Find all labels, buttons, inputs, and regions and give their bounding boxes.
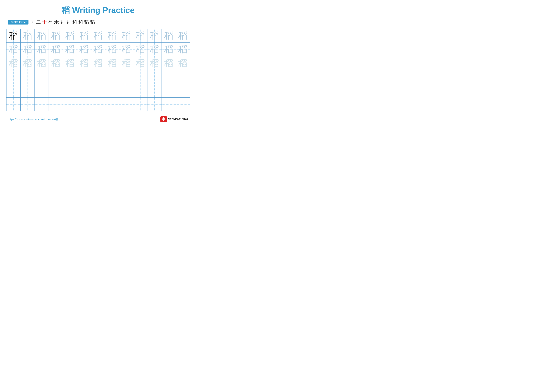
grid-cell[interactable] — [35, 84, 49, 98]
grid-cell[interactable] — [35, 70, 49, 84]
char-display: 稻 — [51, 30, 60, 41]
grid-cell[interactable] — [35, 98, 49, 111]
grid-cell[interactable] — [105, 98, 119, 111]
grid-cell[interactable]: 稻 — [7, 43, 21, 56]
char-display: 稻 — [51, 58, 60, 68]
grid-cell[interactable]: 稻 — [91, 56, 105, 70]
grid-cell[interactable]: 稻 — [21, 43, 35, 56]
grid-cell[interactable] — [49, 70, 63, 84]
grid-cell[interactable] — [119, 84, 133, 98]
grid-cell[interactable] — [7, 70, 21, 84]
grid-cell[interactable] — [91, 84, 105, 98]
stroke-order-row: Stroke Order 丶 二 千 𠂉 禾 礻 礻 和 和 稻 稻 — [6, 19, 190, 25]
logo-icon: 字 — [161, 116, 167, 122]
grid-cell[interactable] — [133, 98, 147, 111]
grid-cell[interactable] — [119, 98, 133, 111]
grid-cell[interactable]: 稻 — [161, 29, 175, 43]
grid-cell[interactable] — [77, 84, 91, 98]
grid-cell[interactable]: 稻 — [175, 56, 190, 70]
grid-cell[interactable] — [63, 84, 77, 98]
grid-cell[interactable]: 稻 — [21, 56, 35, 70]
grid-cell[interactable]: 稻 — [133, 29, 147, 43]
grid-cell[interactable]: 稻 — [77, 43, 91, 56]
char-display: 稻 — [108, 58, 117, 68]
grid-cell[interactable] — [133, 84, 147, 98]
grid-cell[interactable]: 稻 — [105, 29, 119, 43]
grid-cell[interactable] — [49, 84, 63, 98]
char-display: 稻 — [9, 58, 18, 68]
char-display: 稻 — [23, 30, 32, 41]
grid-cell[interactable]: 稻 — [49, 29, 63, 43]
grid-cell[interactable] — [147, 98, 161, 111]
grid-cell[interactable] — [91, 98, 105, 111]
stroke-1: 丶 — [30, 19, 35, 25]
char-display: 稻 — [108, 44, 117, 54]
grid-cell[interactable]: 稻 — [161, 56, 175, 70]
grid-cell[interactable] — [119, 70, 133, 84]
grid-cell[interactable] — [175, 98, 190, 111]
grid-cell[interactable]: 稻 — [147, 29, 161, 43]
grid-cell[interactable]: 稻 — [7, 29, 21, 43]
grid-cell[interactable]: 稻 — [105, 56, 119, 70]
grid-cell[interactable] — [21, 84, 35, 98]
grid-cell[interactable] — [175, 70, 190, 84]
grid-cell[interactable]: 稻 — [63, 43, 77, 56]
grid-cell[interactable]: 稻 — [105, 43, 119, 56]
grid-cell[interactable]: 稻 — [7, 56, 21, 70]
footer-url: https://www.strokeorder.com/chinese/稻 — [8, 117, 58, 121]
grid-cell[interactable] — [7, 84, 21, 98]
stroke-sequence: 丶 二 千 𠂉 禾 礻 礻 和 和 稻 稻 — [30, 19, 95, 25]
grid-cell[interactable] — [105, 70, 119, 84]
char-display: 稻 — [37, 58, 46, 68]
grid-cell[interactable] — [175, 84, 190, 98]
grid-cell[interactable]: 稻 — [35, 56, 49, 70]
char-display: 稻 — [65, 30, 74, 41]
grid-cell[interactable]: 稻 — [35, 43, 49, 56]
grid-cell[interactable]: 稻 — [91, 43, 105, 56]
grid-cell[interactable]: 稻 — [49, 43, 63, 56]
grid-cell[interactable]: 稻 — [63, 29, 77, 43]
grid-cell[interactable]: 稻 — [175, 43, 190, 56]
grid-cell[interactable]: 稻 — [133, 56, 147, 70]
grid-cell[interactable] — [105, 84, 119, 98]
grid-cell[interactable] — [63, 98, 77, 111]
grid-cell[interactable]: 稻 — [175, 29, 190, 43]
grid-cell[interactable]: 稻 — [91, 29, 105, 43]
grid-cell[interactable]: 稻 — [49, 56, 63, 70]
grid-cell[interactable] — [63, 70, 77, 84]
grid-cell[interactable]: 稻 — [119, 56, 133, 70]
char-display: 稻 — [37, 44, 46, 54]
char-display: 稻 — [178, 58, 187, 68]
char-display: 稻 — [164, 30, 173, 41]
grid-cell[interactable] — [133, 70, 147, 84]
footer-logo: 字 StrokeOrder — [161, 116, 188, 122]
grid-cell[interactable] — [147, 84, 161, 98]
grid-cell[interactable]: 稻 — [77, 29, 91, 43]
grid-cell[interactable]: 稻 — [161, 43, 175, 56]
grid-cell[interactable]: 稻 — [133, 43, 147, 56]
char-display: 稻 — [23, 58, 32, 68]
grid-cell[interactable] — [21, 98, 35, 111]
grid-cell[interactable]: 稻 — [77, 56, 91, 70]
grid-cell[interactable]: 稻 — [147, 43, 161, 56]
practice-grid: 稻 稻 稻 稻 稻 稻 稻 稻 稻 稻 稻 稻 稻 稻 稻 稻 稻 稻 稻 稻 … — [6, 29, 190, 111]
grid-cell[interactable]: 稻 — [119, 43, 133, 56]
grid-cell[interactable] — [147, 70, 161, 84]
grid-cell[interactable] — [21, 70, 35, 84]
grid-cell[interactable] — [77, 70, 91, 84]
grid-cell[interactable] — [161, 84, 175, 98]
grid-cell[interactable] — [49, 98, 63, 111]
grid-cell[interactable] — [161, 98, 175, 111]
grid-cell[interactable]: 稻 — [147, 56, 161, 70]
grid-cell[interactable] — [77, 98, 91, 111]
grid-cell[interactable]: 稻 — [119, 29, 133, 43]
char-display: 稻 — [80, 44, 89, 54]
grid-cell[interactable]: 稻 — [63, 56, 77, 70]
grid-cell[interactable] — [7, 98, 21, 111]
char-display: 稻 — [122, 30, 131, 41]
char-display: 稻 — [150, 58, 159, 68]
grid-cell[interactable]: 稻 — [21, 29, 35, 43]
grid-cell[interactable] — [161, 70, 175, 84]
grid-cell[interactable] — [91, 70, 105, 84]
grid-cell[interactable]: 稻 — [35, 29, 49, 43]
